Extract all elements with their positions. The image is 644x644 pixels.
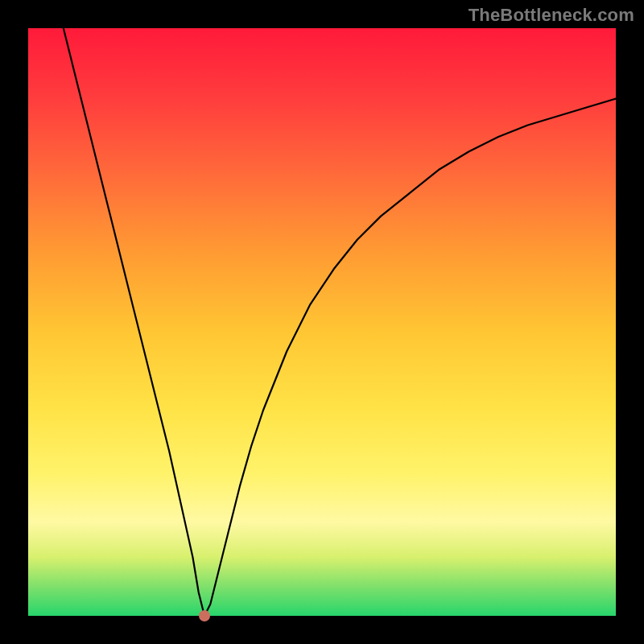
chart-stage: TheBottleneck.com (0, 0, 644, 644)
watermark-text: TheBottleneck.com (469, 5, 634, 26)
plot-area (28, 28, 616, 616)
bottleneck-curve (28, 28, 616, 616)
minimum-marker (199, 610, 210, 621)
